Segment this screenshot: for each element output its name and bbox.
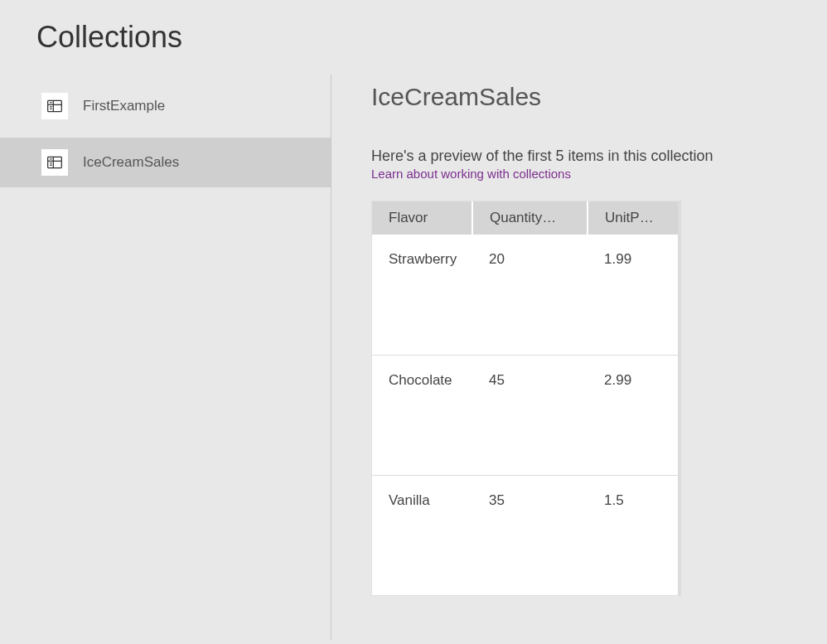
table-header-unitprice[interactable]: UnitP… [588,201,678,235]
preview-table-wrapper: Flavor Quantity… UnitP… Strawberry 20 1.… [371,201,681,596]
table-header-row: Flavor Quantity… UnitP… [372,201,678,235]
cell-quantity: 45 [472,355,588,475]
table-header-quantity[interactable]: Quantity… [472,201,588,235]
collection-icon [41,93,68,119]
sidebar-item-icecreamsales[interactable]: IceCreamSales [0,138,331,187]
sidebar-item-label: IceCreamSales [83,154,179,171]
detail-panel: IceCreamSales Here's a preview of the fi… [331,75,827,640]
table-row[interactable]: Chocolate 45 2.99 [372,355,678,475]
cell-unitprice: 2.99 [588,355,678,475]
collections-sidebar: FirstExample IceCreamSales [0,75,331,640]
collection-icon [41,149,68,176]
collection-detail-title: IceCreamSales [371,83,794,111]
preview-table: Flavor Quantity… UnitP… Strawberry 20 1.… [372,201,678,595]
table-row[interactable]: Strawberry 20 1.99 [372,235,678,355]
cell-flavor: Chocolate [372,355,472,475]
content-area: FirstExample IceCreamSales IceCreamSales… [0,75,827,640]
table-row[interactable]: Vanilla 35 1.5 [372,475,678,595]
cell-quantity: 35 [472,475,588,595]
cell-quantity: 20 [472,235,588,355]
learn-collections-link[interactable]: Learn about working with collections [371,167,571,181]
sidebar-item-label: FirstExample [83,98,165,114]
cell-unitprice: 1.5 [588,475,678,595]
table-header-flavor[interactable]: Flavor [372,201,472,235]
cell-flavor: Vanilla [372,475,472,595]
cell-flavor: Strawberry [372,235,472,355]
sidebar-item-firstexample[interactable]: FirstExample [0,81,331,131]
preview-description: Here's a preview of the first 5 items in… [371,148,794,165]
page-title: Collections [0,0,827,75]
cell-unitprice: 1.99 [588,235,678,355]
